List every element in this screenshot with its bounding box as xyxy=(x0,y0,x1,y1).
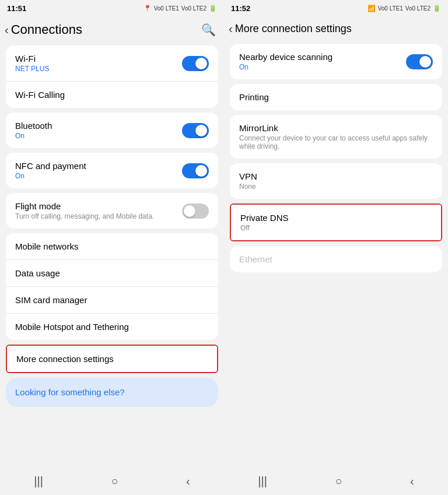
looking-text: Looking for something else? xyxy=(15,387,125,397)
more-connection-title: More connection settings xyxy=(16,354,114,364)
left-nav-bar: ||| ○ ‹ xyxy=(0,469,224,495)
right-nav-back[interactable]: ‹ xyxy=(410,475,414,488)
mirrorlink-title: MirrorLink xyxy=(239,123,433,133)
signal2-icon: Vo0 LTE2 xyxy=(181,5,206,12)
nearby-subtitle: On xyxy=(239,63,332,71)
ethernet-row[interactable]: Ethernet xyxy=(230,246,442,272)
wifi-toggle[interactable] xyxy=(182,56,209,71)
wifi-row[interactable]: Wi-Fi NET PLUS xyxy=(6,45,218,82)
left-panel: 11:51 📍 Vo0 LTE1 Vo0 LTE2 🔋 ‹ Connection… xyxy=(0,0,224,495)
sim-card-row[interactable]: SIM card manager xyxy=(6,287,218,314)
hotspot-row[interactable]: Mobile Hotspot and Tethering xyxy=(6,314,218,340)
right-header-left: ‹ More connection settings xyxy=(229,22,352,36)
private-dns-highlighted[interactable]: Private DNS Off xyxy=(230,203,442,241)
nfc-row[interactable]: NFC and payment On xyxy=(6,153,218,188)
mobile-networks-title: Mobile networks xyxy=(15,241,78,251)
printing-row[interactable]: Printing xyxy=(230,84,442,110)
wifi-card: Wi-Fi NET PLUS Wi-Fi Calling xyxy=(6,45,218,108)
hotspot-title: Mobile Hotspot and Tethering xyxy=(15,322,129,332)
flight-row[interactable]: Flight mode Turn off calling, messaging,… xyxy=(6,193,218,229)
ethernet-card: Ethernet xyxy=(230,246,442,272)
right-wifi-icon: 📶 xyxy=(368,5,376,12)
left-header-left: ‹ Connections xyxy=(5,22,82,37)
flight-card: Flight mode Turn off calling, messaging,… xyxy=(6,193,218,229)
bluetooth-title: Bluetooth xyxy=(15,121,52,131)
mirrorlink-card: MirrorLink Connect your device to your c… xyxy=(230,115,442,159)
printing-card: Printing xyxy=(230,84,442,110)
nearby-toggle[interactable] xyxy=(406,54,433,69)
private-dns-row[interactable]: Private DNS Off xyxy=(231,205,441,240)
more-connection-highlighted[interactable]: More connection settings xyxy=(6,345,218,373)
left-status-icons: 📍 Vo0 LTE1 Vo0 LTE2 🔋 xyxy=(144,5,217,12)
left-search-icon[interactable]: 🔍 xyxy=(201,23,216,37)
private-dns-title: Private DNS xyxy=(240,213,289,223)
data-usage-row[interactable]: Data usage xyxy=(6,260,218,287)
left-status-bar: 11:51 📍 Vo0 LTE1 Vo0 LTE2 🔋 xyxy=(0,0,224,16)
right-signal2-icon: Vo0 LTE2 xyxy=(405,5,430,12)
left-nav-back[interactable]: ‹ xyxy=(186,475,190,488)
vpn-row[interactable]: VPN None xyxy=(230,163,442,199)
location-icon: 📍 xyxy=(144,5,152,12)
flight-info: Flight mode Turn off calling, messaging,… xyxy=(15,201,154,220)
nfc-toggle[interactable] xyxy=(182,163,209,178)
nearby-title: Nearby device scanning xyxy=(239,52,332,62)
left-header: ‹ Connections 🔍 xyxy=(0,16,224,43)
nfc-info: NFC and payment On xyxy=(15,161,86,180)
private-dns-subtitle: Off xyxy=(240,224,289,232)
signal-icon: Vo0 LTE1 xyxy=(154,5,179,12)
vpn-card: VPN None xyxy=(230,163,442,199)
data-usage-title: Data usage xyxy=(15,268,60,278)
left-back-button[interactable]: ‹ xyxy=(5,23,9,37)
right-page-title: More connection settings xyxy=(235,23,352,35)
left-time: 11:51 xyxy=(7,4,26,13)
mobile-networks-row[interactable]: Mobile networks xyxy=(6,233,218,260)
nearby-row[interactable]: Nearby device scanning On xyxy=(230,44,442,79)
right-signal-icon: Vo0 LTE1 xyxy=(378,5,403,12)
bluetooth-subtitle: On xyxy=(15,132,52,140)
wifi-info: Wi-Fi NET PLUS xyxy=(15,54,49,73)
bluetooth-info: Bluetooth On xyxy=(15,121,52,140)
mirrorlink-subtitle: Connect your device to your car to acces… xyxy=(239,134,433,150)
private-dns-info: Private DNS Off xyxy=(240,213,289,232)
left-nav-menu[interactable]: ||| xyxy=(34,475,43,488)
nearby-info: Nearby device scanning On xyxy=(239,52,332,71)
nfc-subtitle: On xyxy=(15,172,86,180)
bluetooth-row[interactable]: Bluetooth On xyxy=(6,113,218,148)
mirrorlink-info: MirrorLink Connect your device to your c… xyxy=(239,123,433,150)
right-nav-home[interactable]: ○ xyxy=(335,475,342,488)
battery-icon: 🔋 xyxy=(209,5,217,12)
wifi-calling-row[interactable]: Wi-Fi Calling xyxy=(6,82,218,108)
left-page-title: Connections xyxy=(11,22,82,37)
wifi-subtitle: NET PLUS xyxy=(15,65,49,73)
right-battery-icon: 🔋 xyxy=(433,5,441,12)
right-header: ‹ More connection settings xyxy=(224,16,448,41)
networks-card: Mobile networks Data usage SIM card mana… xyxy=(6,233,218,340)
wifi-title: Wi-Fi xyxy=(15,54,49,64)
vpn-info: VPN None xyxy=(239,171,257,191)
wifi-calling-title: Wi-Fi Calling xyxy=(15,90,65,100)
right-panel: 11:52 📶 Vo0 LTE1 Vo0 LTE2 🔋 ‹ More conne… xyxy=(224,0,448,495)
right-status-bar: 11:52 📶 Vo0 LTE1 Vo0 LTE2 🔋 xyxy=(224,0,448,16)
bluetooth-card: Bluetooth On xyxy=(6,113,218,148)
flight-toggle[interactable] xyxy=(182,203,209,219)
sim-card-title: SIM card manager xyxy=(15,295,87,305)
printing-title: Printing xyxy=(239,92,269,102)
nearby-card: Nearby device scanning On xyxy=(230,44,442,79)
right-status-icons: 📶 Vo0 LTE1 Vo0 LTE2 🔋 xyxy=(368,5,441,12)
left-nav-home[interactable]: ○ xyxy=(111,475,118,488)
right-nav-menu[interactable]: ||| xyxy=(258,475,267,488)
bluetooth-toggle[interactable] xyxy=(182,123,209,138)
right-time: 11:52 xyxy=(231,4,250,13)
vpn-title: VPN xyxy=(239,171,257,181)
flight-subtitle: Turn off calling, messaging, and Mobile … xyxy=(15,212,154,220)
looking-card[interactable]: Looking for something else? xyxy=(6,378,218,407)
vpn-subtitle: None xyxy=(239,182,257,191)
right-back-button[interactable]: ‹ xyxy=(229,22,233,36)
right-nav-bar: ||| ○ ‹ xyxy=(224,469,448,495)
mirrorlink-row[interactable]: MirrorLink Connect your device to your c… xyxy=(230,115,442,159)
more-connection-row[interactable]: More connection settings xyxy=(7,346,217,372)
wifi-calling-info: Wi-Fi Calling xyxy=(15,90,65,100)
flight-title: Flight mode xyxy=(15,201,154,211)
ethernet-title: Ethernet xyxy=(239,254,272,264)
nfc-title: NFC and payment xyxy=(15,161,86,171)
